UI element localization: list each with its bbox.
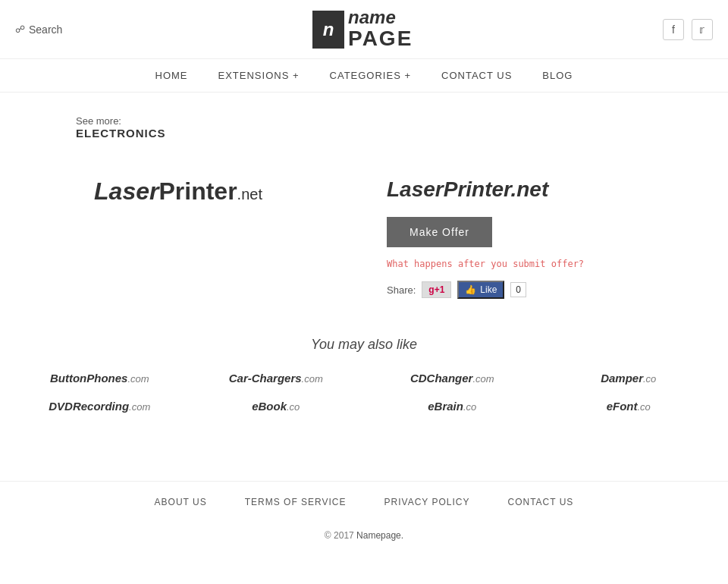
list-item[interactable]: Car-Chargers.com	[192, 372, 361, 385]
domain-link-text: CDChanger.com	[410, 372, 494, 385]
list-item[interactable]: DVDRecording.com	[15, 400, 184, 413]
nav-categories[interactable]: CATEGORIES +	[330, 70, 411, 81]
footer-copyright: © 2017 Namepage.	[0, 523, 728, 556]
gplus-button[interactable]: g+1	[422, 281, 451, 298]
logo-name: name	[348, 8, 413, 27]
domain-link-text: eFont.co	[607, 400, 651, 413]
nav-blog[interactable]: BLOG	[542, 70, 573, 81]
footer-nav: ABOUT US TERMS OF SERVICE PRIVACY POLICY…	[0, 482, 728, 523]
logo-text: name PAGE	[348, 8, 413, 51]
domain-section: LaserPrinter.net LaserPrinter.net Make O…	[15, 162, 713, 299]
fb-like-label: Like	[480, 284, 497, 295]
site-header: ☍ Search n name PAGE f 𝕣	[0, 0, 728, 59]
domain-info-area: LaserPrinter.net Make Offer What happens…	[387, 162, 713, 299]
footer-about-us[interactable]: ABOUT US	[155, 497, 207, 507]
also-like-grid: ButtonPhones.com Car-Chargers.com CDChan…	[15, 372, 713, 413]
see-more-section: See more: ELECTRONICS	[15, 115, 713, 140]
footer-contact[interactable]: CONTACT US	[507, 497, 573, 507]
social-links: f 𝕣	[663, 19, 713, 40]
facebook-like-button[interactable]: 👍 Like	[457, 281, 504, 299]
footer-privacy[interactable]: PRIVACY POLICY	[384, 497, 470, 507]
list-item[interactable]: eFont.co	[544, 400, 714, 413]
domain-logo-area: LaserPrinter.net	[15, 162, 341, 206]
see-more-label: See more:	[76, 115, 713, 127]
logo-page: PAGE	[348, 27, 413, 51]
gplus-icon: g+1	[428, 284, 444, 295]
share-area: Share: g+1 👍 Like 0	[387, 281, 713, 299]
search-icon: ☍	[15, 24, 25, 35]
also-like-title: You may also like	[15, 337, 713, 353]
list-item[interactable]: CDChanger.com	[368, 372, 537, 385]
submit-offer-link[interactable]: What happens after you submit offer?	[387, 259, 713, 269]
share-label: Share:	[387, 284, 416, 296]
main-content: See more: ELECTRONICS LaserPrinter.net L…	[0, 93, 728, 466]
domain-link-text: Car-Chargers.com	[229, 372, 323, 385]
search-label: Search	[29, 24, 62, 36]
domain-title: LaserPrinter.net	[387, 177, 713, 202]
list-item[interactable]: eBook.co	[192, 400, 361, 413]
footer-terms[interactable]: TERMS OF SERVICE	[245, 497, 347, 507]
footer-brand-link[interactable]: Namepage.	[356, 530, 403, 541]
domain-link-text: Damper.co	[601, 372, 656, 385]
list-item[interactable]: Damper.co	[544, 372, 714, 385]
list-item[interactable]: ButtonPhones.com	[15, 372, 184, 385]
domain-link-text: eBrain.co	[428, 400, 476, 413]
twitter-icon[interactable]: 𝕣	[692, 19, 713, 40]
logo-icon: n	[312, 11, 344, 49]
copyright-text: © 2017	[325, 530, 356, 541]
nav-home[interactable]: HOME	[155, 70, 188, 81]
list-item[interactable]: eBrain.co	[368, 400, 537, 413]
fb-count: 0	[510, 282, 526, 297]
main-nav: HOME EXTENSIONS + CATEGORIES + CONTACT U…	[0, 59, 728, 93]
nav-contact[interactable]: CONTACT US	[441, 70, 512, 81]
fb-thumb-icon: 👍	[465, 284, 476, 295]
site-logo[interactable]: n name PAGE	[312, 8, 413, 51]
domain-link-text: eBook.co	[252, 400, 300, 413]
domain-link-text: ButtonPhones.com	[50, 372, 149, 385]
make-offer-button[interactable]: Make Offer	[387, 217, 492, 247]
nav-extensions[interactable]: EXTENSIONS +	[218, 70, 300, 81]
search-button[interactable]: ☍ Search	[15, 24, 62, 36]
facebook-icon[interactable]: f	[663, 19, 684, 40]
see-more-category[interactable]: ELECTRONICS	[76, 127, 713, 140]
domain-logo: LaserPrinter.net	[94, 177, 262, 206]
also-like-section: You may also like ButtonPhones.com Car-C…	[15, 337, 713, 413]
domain-link-text: DVDRecording.com	[49, 400, 150, 413]
